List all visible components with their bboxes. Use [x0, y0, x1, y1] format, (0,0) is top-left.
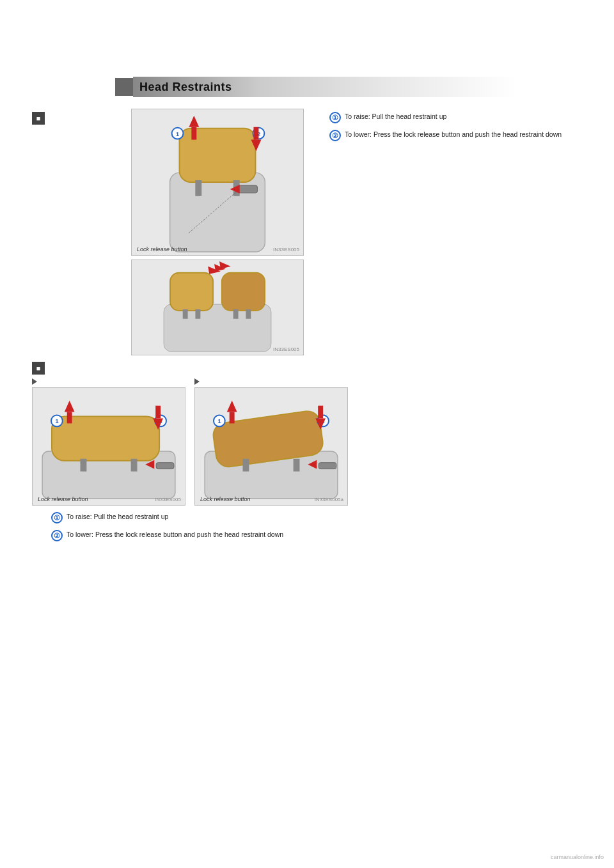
svg-rect-21: [246, 309, 251, 319]
svg-rect-19: [195, 309, 200, 319]
svg-rect-7: [191, 127, 196, 140]
diagram2-code: IN33ES005: [273, 346, 299, 352]
svg-rect-10: [254, 127, 259, 140]
diagram2-svg: [132, 260, 303, 355]
header-title-bar: Head Restraints: [133, 77, 517, 97]
header-bar: Head Restraints: [115, 77, 601, 97]
section1-annotations: ① To raise: Pull the head restraint up ②…: [317, 109, 601, 355]
svg-text:1: 1: [55, 417, 59, 424]
svg-rect-28: [131, 459, 138, 472]
section1-label: ■: [32, 112, 45, 125]
svg-rect-18: [183, 309, 188, 319]
diagram1-svg: 1 2: [132, 109, 303, 255]
header-square-icon: [115, 78, 133, 96]
annotation4-row: ② To lower: Press the lock release butto…: [51, 530, 601, 541]
annotation3-row: ① To raise: Pull the head restraint up: [51, 512, 601, 523]
section1-diagrams: 1 2 Lock release bu: [131, 109, 317, 355]
section1-wrapper: ■ 1: [32, 109, 601, 355]
svg-rect-12: [239, 185, 258, 193]
annotation4-text: To lower: Press the lock release button …: [67, 530, 283, 540]
svg-rect-35: [155, 406, 161, 419]
svg-rect-16: [170, 273, 213, 311]
diagram1-label: Lock release button: [137, 246, 187, 252]
diagram3-svg: 1 2: [33, 388, 185, 505]
annotation1-row: ① To raise: Pull the head restraint up: [329, 112, 601, 123]
svg-rect-27: [80, 459, 86, 472]
page-title: Head Restraints: [139, 81, 232, 94]
svg-rect-41: [242, 459, 249, 472]
svg-marker-24: [219, 261, 231, 269]
diagram3-wrap: 1 2 Lock re: [32, 378, 185, 506]
diagram1-box: 1 2 Lock release bu: [131, 109, 304, 256]
svg-rect-32: [67, 412, 72, 424]
diagram4-box: 1 2 Lock re: [194, 387, 348, 506]
svg-rect-49: [318, 406, 323, 419]
arrow-left-icon: [32, 378, 37, 385]
subsection-right-label: [194, 378, 348, 385]
annotation2-text: To lower: Press the lock release button …: [345, 130, 562, 140]
diagram2-box: IN33ES005: [131, 260, 304, 355]
svg-rect-20: [233, 309, 239, 319]
svg-marker-6: [189, 116, 199, 127]
svg-marker-45: [227, 401, 237, 412]
circle-4: ②: [51, 530, 63, 541]
svg-text:1: 1: [217, 417, 221, 424]
circle-1: ①: [329, 112, 341, 123]
bottom-diagrams-row: 1 2 Lock re: [32, 378, 601, 506]
svg-rect-42: [294, 459, 300, 472]
section2-wrapper: ■: [32, 362, 601, 541]
circle-3: ①: [51, 512, 63, 523]
svg-rect-2: [195, 180, 201, 196]
section2-annotations: ① To raise: Pull the head restraint up ②…: [51, 512, 601, 541]
page: Head Restraints ■ 1: [0, 0, 614, 868]
annotation1-text: To raise: Pull the head restraint up: [345, 112, 446, 122]
circle-2: ②: [329, 130, 341, 141]
diagram4-svg: 1 2: [195, 388, 347, 505]
svg-rect-15: [164, 304, 271, 352]
diagram3-code: IN33ES005: [155, 497, 181, 502]
diagram4-wrap: 1 2 Lock re: [194, 378, 348, 506]
svg-rect-1: [180, 128, 256, 182]
annotation2-row: ② To lower: Press the lock release butto…: [329, 130, 601, 141]
svg-rect-51: [319, 463, 336, 469]
svg-rect-37: [156, 463, 174, 469]
footer-url: carmanualonline.info: [551, 854, 604, 860]
svg-rect-17: [222, 273, 265, 311]
svg-rect-46: [230, 412, 235, 424]
arrow-right-icon: [194, 378, 200, 385]
diagram1-code: IN33ES005: [273, 247, 299, 252]
svg-marker-31: [65, 401, 75, 412]
section2-label: ■: [32, 362, 45, 375]
diagram4-code: IN33ES005a: [315, 497, 343, 502]
svg-rect-0: [170, 173, 265, 252]
section1-sidebar: ■: [32, 109, 131, 355]
diagram4-label: Lock release button: [200, 496, 251, 502]
annotation3-text: To raise: Pull the head restraint up: [67, 512, 168, 522]
diagram3-label: Lock release button: [38, 496, 88, 502]
svg-text:1: 1: [176, 130, 180, 137]
subsection-left-label: [32, 378, 185, 385]
diagram3-box: 1 2 Lock re: [32, 387, 185, 506]
